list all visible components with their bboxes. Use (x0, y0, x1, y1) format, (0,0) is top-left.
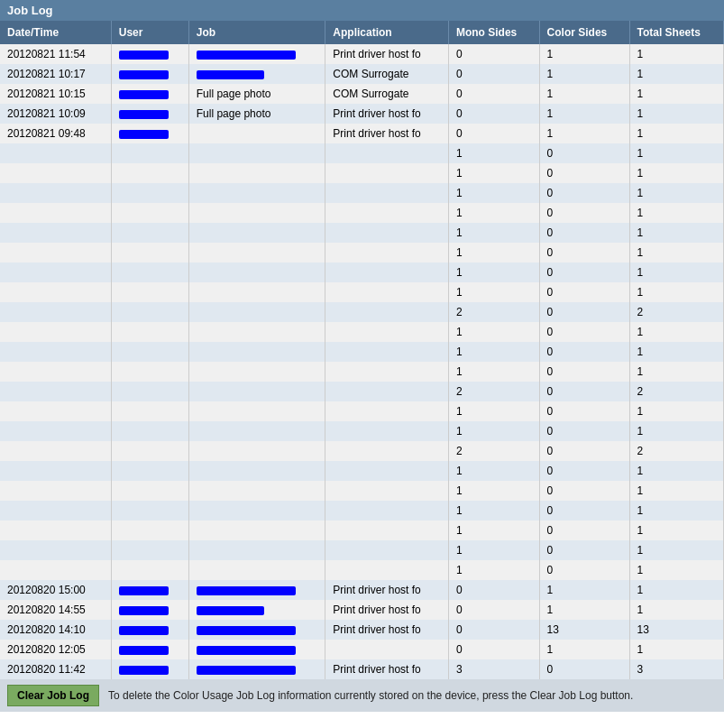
cell-application (325, 540, 449, 560)
cell-job (188, 640, 325, 659)
cell-user (111, 421, 188, 441)
cell-datetime: 20120821 10:09 (0, 104, 111, 124)
cell-mono: 2 (448, 302, 539, 322)
cell-job (188, 382, 325, 401)
cell-application: Print driver host fo (325, 659, 449, 679)
cell-user (111, 243, 188, 263)
cell-datetime (0, 401, 111, 421)
cell-application (325, 263, 449, 282)
table-row: 20120821 09:48Print driver host fo011 (0, 124, 724, 143)
cell-datetime: 20120820 14:10 (0, 620, 111, 640)
cell-user (111, 481, 188, 501)
cell-mono: 1 (448, 521, 539, 540)
cell-mono: 1 (448, 540, 539, 560)
cell-job (188, 223, 325, 243)
cell-mono: 1 (448, 263, 539, 282)
cell-mono: 1 (448, 421, 539, 441)
table-row: 20120820 14:55Print driver host fo011 (0, 600, 724, 620)
cell-datetime (0, 461, 111, 481)
cell-application (325, 560, 449, 580)
table-row: 20120821 10:09Full page photoPrint drive… (0, 104, 724, 124)
cell-total: 1 (629, 84, 724, 104)
cell-application (325, 163, 449, 183)
cell-application (325, 441, 449, 461)
cell-application: COM Surrogate (325, 64, 449, 84)
clear-job-log-button[interactable]: Clear Job Log (7, 685, 99, 706)
cell-color: 1 (539, 600, 629, 620)
cell-datetime (0, 143, 111, 163)
cell-mono: 0 (448, 640, 539, 659)
table-row: 101 (0, 481, 724, 501)
footer-message: To delete the Color Usage Job Log inform… (108, 689, 633, 702)
cell-color: 0 (539, 342, 629, 362)
cell-total: 3 (629, 659, 724, 679)
cell-job (188, 521, 325, 540)
cell-user (111, 183, 188, 203)
cell-mono: 0 (448, 124, 539, 143)
cell-datetime (0, 382, 111, 401)
cell-user (111, 282, 188, 302)
cell-job (188, 243, 325, 263)
cell-application: COM Surrogate (325, 84, 449, 104)
cell-user (111, 521, 188, 540)
cell-color: 1 (539, 640, 629, 659)
cell-application: Print driver host fo (325, 600, 449, 620)
cell-mono: 1 (448, 282, 539, 302)
cell-total: 1 (629, 362, 724, 382)
cell-total: 1 (629, 124, 724, 143)
cell-color: 1 (539, 124, 629, 143)
cell-color: 0 (539, 282, 629, 302)
cell-color: 0 (539, 263, 629, 282)
cell-user (111, 382, 188, 401)
cell-mono: 0 (448, 84, 539, 104)
cell-job (188, 124, 325, 143)
cell-job (188, 44, 325, 64)
cell-datetime (0, 322, 111, 342)
table-row: 101 (0, 282, 724, 302)
cell-application (325, 342, 449, 362)
cell-datetime (0, 203, 111, 223)
col-datetime: Date/Time (0, 21, 111, 44)
cell-mono: 1 (448, 243, 539, 263)
table-header-row: Date/Time User Job Application Mono Side… (0, 21, 724, 44)
cell-mono: 1 (448, 481, 539, 501)
table-row: 101 (0, 322, 724, 342)
cell-user (111, 640, 188, 659)
cell-color: 1 (539, 84, 629, 104)
cell-application (325, 521, 449, 540)
cell-job (188, 401, 325, 421)
cell-datetime (0, 282, 111, 302)
cell-color: 0 (539, 243, 629, 263)
cell-application (325, 322, 449, 342)
cell-job (188, 163, 325, 183)
cell-datetime: 20120820 15:00 (0, 580, 111, 600)
cell-total: 1 (629, 421, 724, 441)
col-job: Job (188, 21, 325, 44)
cell-application: Print driver host fo (325, 620, 449, 640)
table-row: 202 (0, 382, 724, 401)
cell-job (188, 183, 325, 203)
cell-color: 0 (539, 322, 629, 342)
cell-user (111, 104, 188, 124)
table-row: 101 (0, 421, 724, 441)
table-row: 101 (0, 143, 724, 163)
table-row: 20120820 12:05011 (0, 640, 724, 659)
cell-total: 1 (629, 183, 724, 203)
table-row: 101 (0, 560, 724, 580)
table-row: 101 (0, 183, 724, 203)
cell-mono: 2 (448, 382, 539, 401)
cell-user (111, 143, 188, 163)
cell-datetime: 20120821 11:54 (0, 44, 111, 64)
cell-color: 0 (539, 302, 629, 322)
cell-user (111, 540, 188, 560)
cell-total: 1 (629, 64, 724, 84)
cell-user (111, 461, 188, 481)
cell-mono: 1 (448, 203, 539, 223)
cell-mono: 3 (448, 659, 539, 679)
table-row: 101 (0, 263, 724, 282)
cell-datetime (0, 540, 111, 560)
cell-color: 0 (539, 481, 629, 501)
cell-datetime (0, 183, 111, 203)
cell-color: 1 (539, 580, 629, 600)
cell-color: 0 (539, 401, 629, 421)
